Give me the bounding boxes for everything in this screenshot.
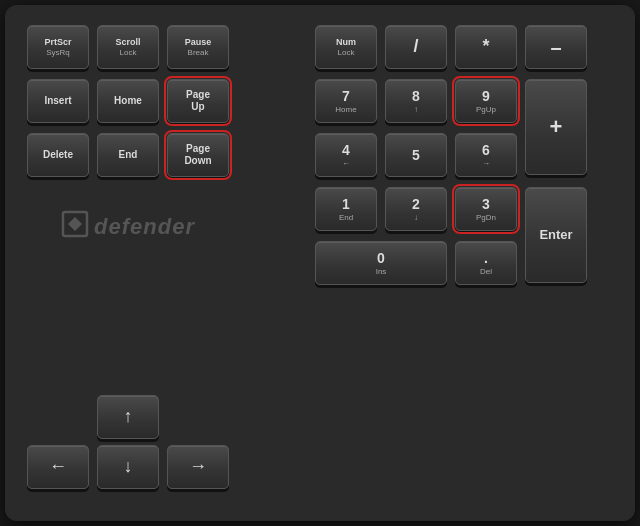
home-key[interactable]: Home	[97, 79, 159, 123]
scroll-lock-key[interactable]: Scroll Lock	[97, 25, 159, 69]
num8-key[interactable]: 8 ↑	[385, 79, 447, 123]
num1-key[interactable]: 1 End	[315, 187, 377, 231]
page-up-key[interactable]: Page Up	[167, 79, 229, 123]
up-arrow-key[interactable]: ↑	[97, 395, 159, 439]
numpad-enter-key[interactable]: Enter	[525, 187, 587, 283]
num4-key[interactable]: 4 ←	[315, 133, 377, 177]
prtscr-key[interactable]: PrtScr SysRq	[27, 25, 89, 69]
defender-logo: defender	[27, 187, 229, 267]
decimal-key[interactable]: . Del	[455, 241, 517, 285]
plus-key[interactable]: +	[525, 79, 587, 175]
end-key[interactable]: End	[97, 133, 159, 177]
num3-key[interactable]: 3 PgDn	[455, 187, 517, 231]
num6-key[interactable]: 6 →	[455, 133, 517, 177]
page-down-key[interactable]: Page Down	[167, 133, 229, 177]
num0-key[interactable]: 0 Ins	[315, 241, 447, 285]
brand-name: defender	[94, 214, 195, 240]
num7-key[interactable]: 7 Home	[315, 79, 377, 123]
right-arrow-key[interactable]: →	[167, 445, 229, 489]
keyboard-inner: PrtScr SysRq Scroll Lock Pause Break Num…	[25, 23, 615, 499]
left-arrow-key[interactable]: ←	[27, 445, 89, 489]
pause-break-key[interactable]: Pause Break	[167, 25, 229, 69]
num2-key[interactable]: 2 ↓	[385, 187, 447, 231]
down-arrow-key[interactable]: ↓	[97, 445, 159, 489]
multiply-key[interactable]: *	[455, 25, 517, 69]
num5-key[interactable]: 5	[385, 133, 447, 177]
num-lock-key[interactable]: Num Lock	[315, 25, 377, 69]
minus-key[interactable]: –	[525, 25, 587, 69]
delete-key[interactable]: Delete	[27, 133, 89, 177]
defender-icon	[61, 210, 89, 245]
keyboard: PrtScr SysRq Scroll Lock Pause Break Num…	[5, 5, 635, 521]
num9-key[interactable]: 9 PgUp	[455, 79, 517, 123]
divide-key[interactable]: /	[385, 25, 447, 69]
insert-key[interactable]: Insert	[27, 79, 89, 123]
